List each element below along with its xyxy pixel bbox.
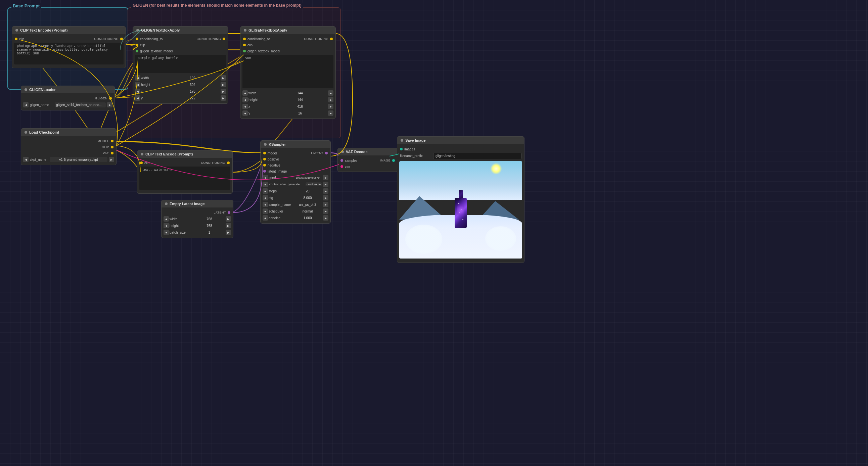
x-prev-btn2[interactable]: ◄ bbox=[242, 104, 248, 109]
x-label2: x bbox=[248, 105, 272, 108]
snow-cloud-r bbox=[485, 226, 516, 251]
conditioning-out-port[interactable] bbox=[120, 38, 123, 40]
width-next-btn1[interactable]: ► bbox=[221, 75, 226, 81]
ckpt-value[interactable]: v1-5-pruned-emaonly.ckpt bbox=[50, 157, 107, 162]
height-prev-btn1[interactable]: ◄ bbox=[135, 82, 141, 87]
lat-width-next[interactable]: ► bbox=[226, 216, 231, 222]
gligen-name-next-btn[interactable]: ► bbox=[107, 102, 113, 107]
ks-seed-next[interactable]: ► bbox=[323, 175, 329, 180]
clip-in-port2[interactable] bbox=[243, 44, 246, 46]
save-images-in-row: images bbox=[397, 146, 524, 152]
cond-to-in-port1[interactable] bbox=[136, 38, 138, 40]
ks-control-next[interactable]: ► bbox=[323, 182, 329, 187]
clip-in-port1[interactable] bbox=[136, 44, 138, 46]
cond-neg-out-port[interactable] bbox=[227, 161, 230, 164]
lat-height-prev[interactable]: ◄ bbox=[163, 223, 169, 228]
height-prev-btn2[interactable]: ◄ bbox=[242, 97, 248, 102]
ks-positive-label: positive bbox=[268, 157, 279, 161]
ks-latent-in-port[interactable] bbox=[263, 170, 266, 173]
gligen-name-value[interactable]: gligen_sd14_textbox_pruned.safetensors bbox=[55, 102, 106, 107]
gligen-model-in-port2[interactable] bbox=[243, 50, 246, 52]
y-prev-btn2[interactable]: ◄ bbox=[242, 111, 248, 116]
gligen-name-prev-btn[interactable]: ◄ bbox=[23, 102, 29, 107]
lat-width-row: ◄ width 768 ► bbox=[161, 216, 233, 222]
lat-batch-prev[interactable]: ◄ bbox=[163, 230, 169, 235]
gligen-model-in-row1: gligen_textbox_model bbox=[133, 48, 228, 54]
x-next-btn1[interactable]: ► bbox=[221, 89, 226, 94]
filename-prefix-input[interactable] bbox=[433, 153, 522, 159]
clip-neg-in-port[interactable] bbox=[140, 161, 143, 164]
ks-seed-row: ◄ seed 1023216319780679 ► bbox=[260, 174, 331, 181]
ks-sched-next[interactable]: ► bbox=[323, 209, 329, 214]
y-label2: y bbox=[248, 112, 272, 115]
clip-port-row: clip CONDITIONING bbox=[12, 36, 126, 42]
save-images-in-port[interactable] bbox=[400, 148, 403, 150]
y-val2: 16 bbox=[273, 112, 328, 115]
width-prev-btn2[interactable]: ◄ bbox=[242, 90, 248, 96]
cond-to-in-port2[interactable] bbox=[243, 38, 246, 40]
vae-out-port[interactable] bbox=[111, 152, 114, 154]
y-prev-btn1[interactable]: ◄ bbox=[135, 95, 141, 101]
ks-latent-out-port[interactable] bbox=[325, 152, 328, 154]
gligen-text-1[interactable]: purple galaxy bottle bbox=[135, 55, 226, 73]
neg-prompt-text[interactable]: text, watermark bbox=[140, 166, 230, 190]
gligen-group-title: GLIGEN (for best results the elements sh… bbox=[131, 3, 303, 8]
ks-sampler-next[interactable]: ► bbox=[323, 202, 329, 207]
ks-steps-val: 20 bbox=[293, 189, 322, 193]
lat-width-prev[interactable]: ◄ bbox=[163, 216, 169, 222]
height-label2: height bbox=[248, 98, 272, 102]
load-checkpoint-title: Load Checkpoint bbox=[29, 130, 59, 134]
ks-denoise-next[interactable]: ► bbox=[323, 215, 329, 221]
bottle-container bbox=[454, 190, 467, 230]
gligen-out-port[interactable] bbox=[109, 97, 112, 100]
ks-cfg-next[interactable]: ► bbox=[323, 195, 329, 200]
clip-in-port[interactable] bbox=[15, 38, 18, 40]
gligen-text-2[interactable]: sun bbox=[242, 55, 334, 88]
height-val2: 144 bbox=[273, 98, 328, 102]
ks-denoise-prev[interactable]: ◄ bbox=[262, 215, 268, 221]
lat-height-next[interactable]: ► bbox=[226, 223, 231, 228]
x-next-btn2[interactable]: ► bbox=[328, 104, 334, 109]
ks-cfg-val: 8.000 bbox=[293, 196, 322, 200]
ckpt-next-btn[interactable]: ► bbox=[109, 157, 114, 162]
ks-steps-prev[interactable]: ◄ bbox=[262, 188, 268, 194]
x-prev-btn1[interactable]: ◄ bbox=[135, 89, 141, 94]
vae-samples-in-port[interactable] bbox=[340, 159, 343, 162]
y-next-btn2[interactable]: ► bbox=[328, 111, 334, 116]
width-row2: ◄ width 144 ► bbox=[241, 90, 336, 96]
cond-out-port1[interactable] bbox=[223, 38, 225, 40]
base-prompt-text[interactable]: photograph scenery landscape, snow beaut… bbox=[14, 43, 124, 64]
load-checkpoint-node: Load Checkpoint MODEL CLIP VAE ◄ bbox=[21, 128, 117, 165]
height-val1: 304 bbox=[165, 83, 220, 87]
ks-sampler-prev[interactable]: ◄ bbox=[262, 202, 268, 207]
vae-image-out-port[interactable] bbox=[392, 159, 395, 162]
ckpt-prev-btn[interactable]: ◄ bbox=[23, 157, 29, 162]
ks-steps-next[interactable]: ► bbox=[323, 188, 329, 194]
ks-sched-prev[interactable]: ◄ bbox=[262, 209, 268, 214]
cond-out-port2[interactable] bbox=[330, 38, 333, 40]
y-next-btn1[interactable]: ► bbox=[221, 95, 226, 101]
clip-out-port[interactable] bbox=[111, 146, 114, 148]
ksampler-header: KSampler bbox=[260, 141, 331, 148]
vae-vae-in-port[interactable] bbox=[340, 165, 343, 168]
ks-seed-prev[interactable]: ◄ bbox=[262, 175, 268, 180]
ks-model-in-port[interactable] bbox=[263, 152, 266, 154]
ks-cfg-prev[interactable]: ◄ bbox=[262, 195, 268, 200]
latent-out-port[interactable] bbox=[228, 211, 230, 214]
gligen-textbox-1-header: GLIGENTextBoxApply bbox=[133, 27, 228, 34]
height-next-btn2[interactable]: ► bbox=[328, 97, 334, 102]
cond-to-in-label2: conditioning_to bbox=[247, 37, 270, 41]
width-prev-btn1[interactable]: ◄ bbox=[135, 75, 141, 81]
x-val2: 416 bbox=[273, 105, 328, 108]
lat-batch-next[interactable]: ► bbox=[226, 230, 231, 235]
gligen-model-in-label2: gligen_textbox_model bbox=[247, 49, 280, 53]
ks-negative-port[interactable] bbox=[263, 164, 266, 166]
width-next-btn2[interactable]: ► bbox=[328, 90, 334, 96]
latent-out-label: LATENT bbox=[214, 211, 226, 214]
gligen-model-in-port1[interactable] bbox=[136, 50, 138, 52]
ks-control-prev[interactable]: ◄ bbox=[262, 182, 268, 187]
model-out-port[interactable] bbox=[111, 140, 114, 142]
ks-sched-label: scheduler bbox=[269, 210, 292, 213]
ks-positive-port[interactable] bbox=[263, 158, 266, 160]
height-next-btn1[interactable]: ► bbox=[221, 82, 226, 87]
